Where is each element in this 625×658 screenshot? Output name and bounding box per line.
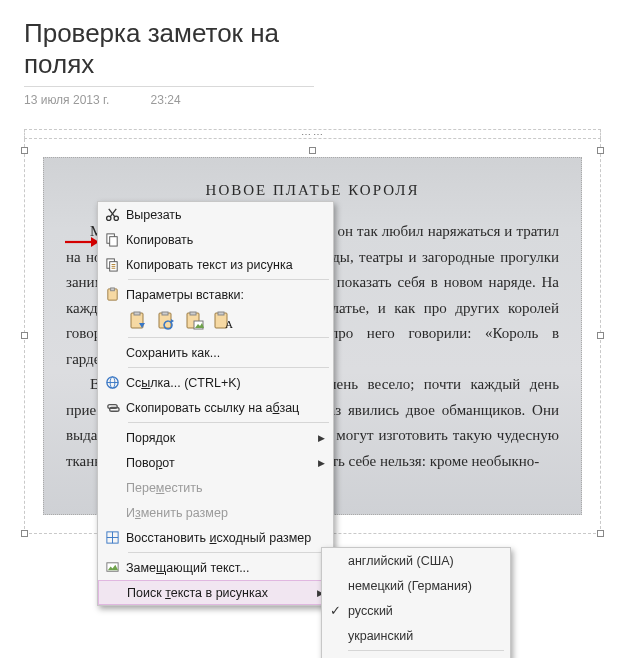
menu-alt-text[interactable]: Замещающий текст... <box>98 555 333 580</box>
menu-label: Сохранить как... <box>126 346 327 360</box>
menu-copy[interactable]: Копировать <box>98 227 333 252</box>
menu-copy-text-from-image[interactable]: Копировать текст из рисунка <box>98 252 333 277</box>
svg-rect-9 <box>109 237 117 246</box>
submenu-item-disabled[interactable]: Отключено <box>322 653 510 658</box>
menu-separator <box>128 337 329 338</box>
menu-cut[interactable]: Вырезать <box>98 202 333 227</box>
resize-handle[interactable] <box>309 147 316 154</box>
menu-separator <box>128 279 329 280</box>
check-icon: ✓ <box>322 603 348 618</box>
svg-text:A: A <box>225 318 233 330</box>
paste-options-header: Параметры вставки: <box>98 282 333 307</box>
menu-rotate[interactable]: Поворот ▶ <box>98 450 333 475</box>
menu-label: Порядок <box>126 431 315 445</box>
menu-separator <box>128 552 329 553</box>
resize-handle[interactable] <box>597 332 604 339</box>
menu-move: Переместить <box>98 475 333 500</box>
context-menu: Вырезать Копировать Копировать текст из … <box>97 201 334 606</box>
menu-label: Поворот <box>126 456 315 470</box>
resize-handle[interactable] <box>597 530 604 537</box>
copy-text-icon <box>98 257 126 272</box>
menu-label: Копировать <box>126 233 327 247</box>
menu-label: Замещающий текст... <box>126 561 327 575</box>
copy-icon <box>98 232 126 247</box>
svg-rect-31 <box>109 408 118 412</box>
menu-label: Восстановить исходный размер <box>126 531 327 545</box>
paste-merge-button[interactable] <box>156 310 178 332</box>
submenu-item-russian[interactable]: ✓русский <box>322 598 510 623</box>
resize-handle[interactable] <box>21 332 28 339</box>
submenu-arrow-icon: ▶ <box>315 433 327 443</box>
resize-handle[interactable] <box>21 147 28 154</box>
note-canvas: ⋯⋯ НОВОЕ ПЛАТЬЕ КОРОЛЯ Много лет назад ж… <box>24 129 601 534</box>
svg-rect-25 <box>218 312 224 315</box>
submenu-item-ukrainian[interactable]: украинский <box>322 623 510 648</box>
submenu-label: немецкий (Германия) <box>348 579 500 593</box>
menu-restore-size[interactable]: Восстановить исходный размер <box>98 525 333 550</box>
restore-size-icon <box>98 530 126 545</box>
svg-rect-18 <box>134 312 140 315</box>
svg-rect-20 <box>162 312 168 315</box>
page-date: 13 июля 2013 г. <box>24 93 109 107</box>
image-selection-frame[interactable]: НОВОЕ ПЛАТЬЕ КОРОЛЯ Много лет назад жил … <box>24 139 601 534</box>
paste-keep-source-button[interactable] <box>128 310 150 332</box>
menu-label: Изменить размер <box>126 506 327 520</box>
menu-label: Копировать текст из рисунка <box>126 258 327 272</box>
page-title[interactable]: Проверка заметок на полях <box>24 18 314 87</box>
svg-rect-16 <box>110 288 114 291</box>
submenu-label: украинский <box>348 629 500 643</box>
menu-label: Ссылка... (CTRL+K) <box>126 376 327 390</box>
menu-save-as[interactable]: Сохранить как... <box>98 340 333 365</box>
alt-text-icon <box>98 560 126 575</box>
paste-text-only-button[interactable]: A <box>212 310 234 332</box>
submenu-item-english[interactable]: английский (США) <box>322 548 510 573</box>
menu-label: Переместить <box>126 481 327 495</box>
submenu-item-german[interactable]: немецкий (Германия) <box>322 573 510 598</box>
clipboard-icon <box>98 287 126 302</box>
menu-ocr-search[interactable]: Поиск текста в рисунках ▶ <box>98 580 333 605</box>
menu-separator <box>128 422 329 423</box>
resize-handle[interactable] <box>21 530 28 537</box>
submenu-label: русский <box>348 604 500 618</box>
ocr-language-submenu: английский (США) немецкий (Германия) ✓ру… <box>321 547 511 658</box>
page-meta: 13 июля 2013 г. 23:24 <box>24 93 601 107</box>
page-time: 23:24 <box>151 93 181 107</box>
paragraph-link-icon <box>98 400 126 415</box>
submenu-label: английский (США) <box>348 554 500 568</box>
container-drag-handle[interactable]: ⋯⋯ <box>24 129 601 139</box>
paste-options-row: A <box>98 307 333 335</box>
menu-link[interactable]: Ссылка... (CTRL+K) <box>98 370 333 395</box>
menu-label: Параметры вставки: <box>126 288 327 302</box>
svg-rect-22 <box>190 312 196 315</box>
scissors-icon <box>98 207 126 222</box>
menu-separator <box>128 367 329 368</box>
link-icon <box>98 375 126 390</box>
menu-label: Поиск текста в рисунках <box>127 586 314 600</box>
doc-heading: НОВОЕ ПЛАТЬЕ КОРОЛЯ <box>66 182 559 199</box>
menu-copy-paragraph-link[interactable]: Скопировать ссылку на абзац <box>98 395 333 420</box>
submenu-arrow-icon: ▶ <box>315 458 327 468</box>
menu-order[interactable]: Порядок ▶ <box>98 425 333 450</box>
menu-label: Скопировать ссылку на абзац <box>126 401 327 415</box>
menu-separator <box>348 650 504 651</box>
menu-label: Вырезать <box>126 208 327 222</box>
annotation-arrow-icon <box>65 235 99 249</box>
resize-handle[interactable] <box>597 147 604 154</box>
paste-picture-button[interactable] <box>184 310 206 332</box>
menu-resize: Изменить размер <box>98 500 333 525</box>
